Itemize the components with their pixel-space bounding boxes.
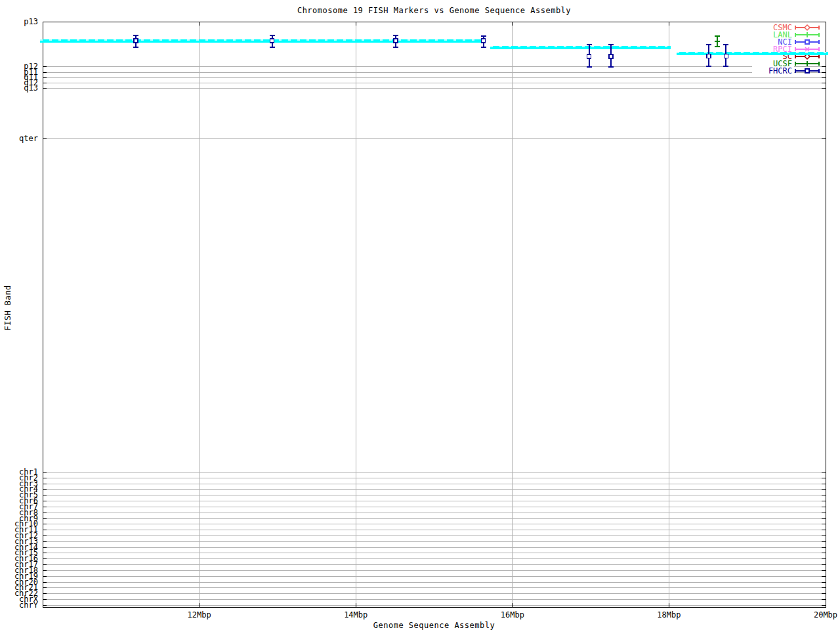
y-tick-label: p13 xyxy=(24,17,38,26)
data-point-marker xyxy=(707,54,711,58)
data-point-marker xyxy=(609,54,613,58)
legend-label: FHCRC xyxy=(768,66,792,75)
data-point-marker xyxy=(134,39,138,43)
x-tick-label: 14Mbp xyxy=(344,610,368,620)
y-tick-label: chrY xyxy=(19,600,39,610)
data-point-marker xyxy=(270,39,274,43)
x-tick-label: 18Mbp xyxy=(657,610,681,620)
x-tick-label: 20Mbp xyxy=(814,610,837,620)
x-tick-label: 12Mbp xyxy=(188,610,211,620)
data-point-marker xyxy=(394,39,398,43)
data-point-marker xyxy=(482,39,486,43)
data-point-marker xyxy=(805,25,810,30)
assembly-line-segment xyxy=(490,46,670,49)
data-point-marker xyxy=(805,40,809,44)
plot-border xyxy=(43,22,826,607)
data-point-marker xyxy=(724,54,728,58)
y-tick-label: qter xyxy=(19,134,38,143)
x-tick-label: 16Mbp xyxy=(501,610,524,620)
data-point-marker xyxy=(805,69,809,73)
y-tick-label: q13 xyxy=(24,83,38,93)
plot-area: p13p12p11q11q12q13qterchr1chr2chr3chr4ch… xyxy=(0,0,840,630)
data-point-marker xyxy=(587,54,591,58)
